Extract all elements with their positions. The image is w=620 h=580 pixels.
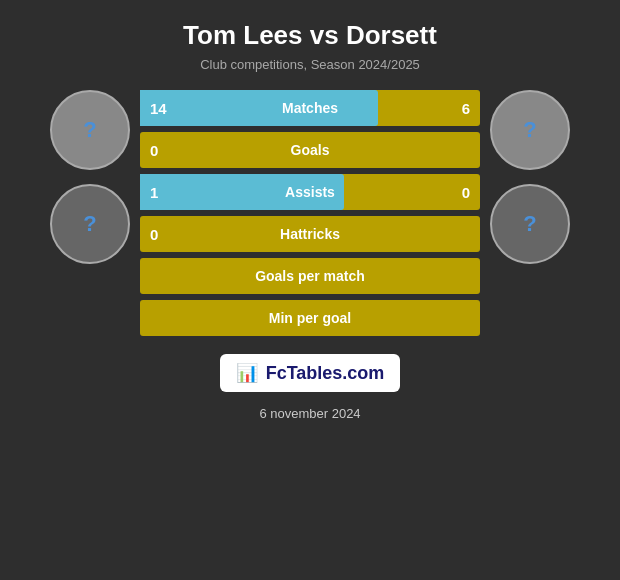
right-avatar-top: ?: [490, 90, 570, 170]
stat-row-assists: 1Assists0: [140, 174, 480, 210]
stat-row-min-per-goal: Min per goal: [140, 300, 480, 336]
left-avatar-bottom-icon: ?: [83, 211, 96, 237]
stat-label-min-per-goal: Min per goal: [269, 310, 351, 326]
right-avatar-bottom: ?: [490, 184, 570, 264]
stat-right-val-assists: 0: [462, 184, 470, 201]
stat-bar-assists: 1Assists0: [140, 174, 480, 210]
stat-bar-goals-per-match: Goals per match: [140, 258, 480, 294]
page-title: Tom Lees vs Dorsett: [183, 20, 437, 51]
stat-bar-goals: 0Goals: [140, 132, 480, 168]
stat-bar-hattricks: 0Hattricks: [140, 216, 480, 252]
logo-box: 📊 FcTables.com: [220, 354, 401, 392]
left-avatar-column: ? ?: [50, 90, 130, 264]
stat-label-hattricks: Hattricks: [280, 226, 340, 242]
stat-left-val-matches: 14: [150, 100, 167, 117]
stat-row-goals-per-match: Goals per match: [140, 258, 480, 294]
stat-label-goals: Goals: [291, 142, 330, 158]
date-text: 6 november 2024: [259, 406, 360, 421]
subtitle: Club competitions, Season 2024/2025: [200, 57, 420, 72]
stat-row-goals: 0Goals: [140, 132, 480, 168]
left-avatar-top-icon: ?: [83, 117, 96, 143]
stat-bar-min-per-goal: Min per goal: [140, 300, 480, 336]
logo-section: 📊 FcTables.com 6 november 2024: [220, 354, 401, 421]
stat-bar-matches: 14Matches6: [140, 90, 480, 126]
right-avatar-bottom-icon: ?: [523, 211, 536, 237]
stat-label-goals-per-match: Goals per match: [255, 268, 365, 284]
stat-label-assists: Assists: [285, 184, 335, 200]
stat-row-matches: 14Matches6: [140, 90, 480, 126]
stat-right-val-matches: 6: [462, 100, 470, 117]
stats-column: 14Matches60Goals1Assists00HattricksGoals…: [140, 90, 480, 336]
left-avatar-top: ?: [50, 90, 130, 170]
logo-text: FcTables.com: [266, 363, 385, 384]
left-avatar-bottom: ?: [50, 184, 130, 264]
main-section: ? ? 14Matches60Goals1Assists00HattricksG…: [0, 90, 620, 336]
stat-fill-matches: [140, 90, 378, 126]
stat-left-val-goals: 0: [150, 142, 158, 159]
stat-left-val-assists: 1: [150, 184, 158, 201]
stat-row-hattricks: 0Hattricks: [140, 216, 480, 252]
logo-icon: 📊: [236, 362, 258, 384]
right-avatar-top-icon: ?: [523, 117, 536, 143]
stat-label-matches: Matches: [282, 100, 338, 116]
stat-left-val-hattricks: 0: [150, 226, 158, 243]
right-avatar-column: ? ?: [490, 90, 570, 264]
